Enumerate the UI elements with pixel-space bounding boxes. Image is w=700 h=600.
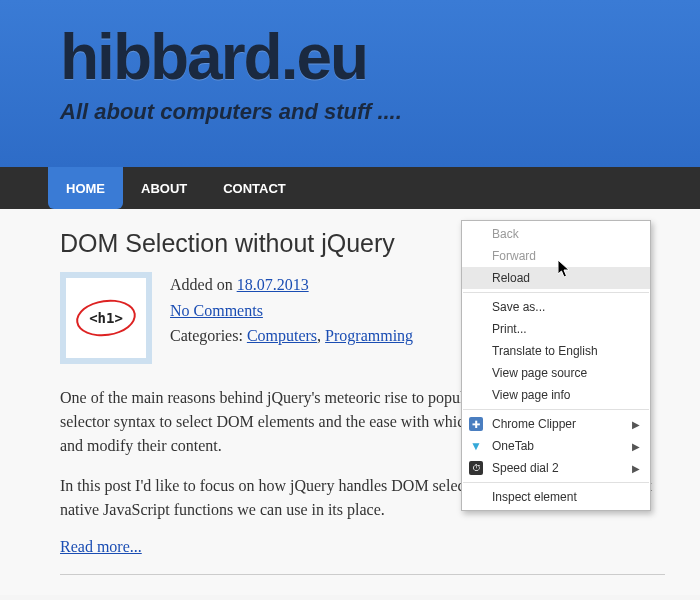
- comments-link[interactable]: No Comments: [170, 302, 263, 319]
- menu-label: Speed dial 2: [492, 461, 559, 475]
- menu-label: Chrome Clipper: [492, 417, 576, 431]
- nav-about[interactable]: ABOUT: [123, 167, 205, 209]
- submenu-arrow-icon: ▶: [632, 419, 640, 430]
- main-nav: HOME ABOUT CONTACT: [0, 167, 700, 209]
- category-programming-link[interactable]: Programming: [325, 327, 413, 344]
- site-header: hibbard.eu All about computers and stuff…: [0, 0, 700, 167]
- menu-onetab[interactable]: ▼ OneTab ▶: [462, 435, 650, 457]
- menu-print[interactable]: Print...: [462, 318, 650, 340]
- site-tagline: All about computers and stuff ....: [60, 99, 700, 125]
- h1-icon: <h1>: [76, 300, 136, 336]
- clipper-icon: [469, 417, 483, 431]
- menu-save-as[interactable]: Save as...: [462, 296, 650, 318]
- post-date-link[interactable]: 18.07.2013: [237, 276, 309, 293]
- nav-contact[interactable]: CONTACT: [205, 167, 304, 209]
- menu-inspect-element[interactable]: Inspect element: [462, 486, 650, 508]
- category-computers-link[interactable]: Computers: [247, 327, 317, 344]
- post-meta-text: Added on 18.07.2013 No Comments Categori…: [170, 272, 413, 364]
- post-thumbnail[interactable]: <h1>: [60, 272, 152, 364]
- read-more-link[interactable]: Read more...: [60, 538, 142, 555]
- speed-dial-icon: [469, 461, 483, 475]
- added-on-label: Added on: [170, 276, 237, 293]
- menu-chrome-clipper[interactable]: Chrome Clipper ▶: [462, 413, 650, 435]
- categories-label: Categories:: [170, 327, 247, 344]
- menu-reload[interactable]: Reload: [462, 267, 650, 289]
- menu-separator: [463, 482, 649, 483]
- context-menu: Back Forward Reload Save as... Print... …: [461, 220, 651, 511]
- menu-forward: Forward: [462, 245, 650, 267]
- post-divider: [60, 574, 665, 575]
- menu-separator: [463, 292, 649, 293]
- site-title[interactable]: hibbard.eu: [60, 20, 700, 94]
- submenu-arrow-icon: ▶: [632, 441, 640, 452]
- menu-view-info[interactable]: View page info: [462, 384, 650, 406]
- menu-label: OneTab: [492, 439, 534, 453]
- menu-translate[interactable]: Translate to English: [462, 340, 650, 362]
- menu-separator: [463, 409, 649, 410]
- onetab-icon: ▼: [469, 439, 483, 453]
- menu-view-source[interactable]: View page source: [462, 362, 650, 384]
- nav-home[interactable]: HOME: [48, 167, 123, 209]
- menu-speed-dial[interactable]: Speed dial 2 ▶: [462, 457, 650, 479]
- menu-back: Back: [462, 223, 650, 245]
- submenu-arrow-icon: ▶: [632, 463, 640, 474]
